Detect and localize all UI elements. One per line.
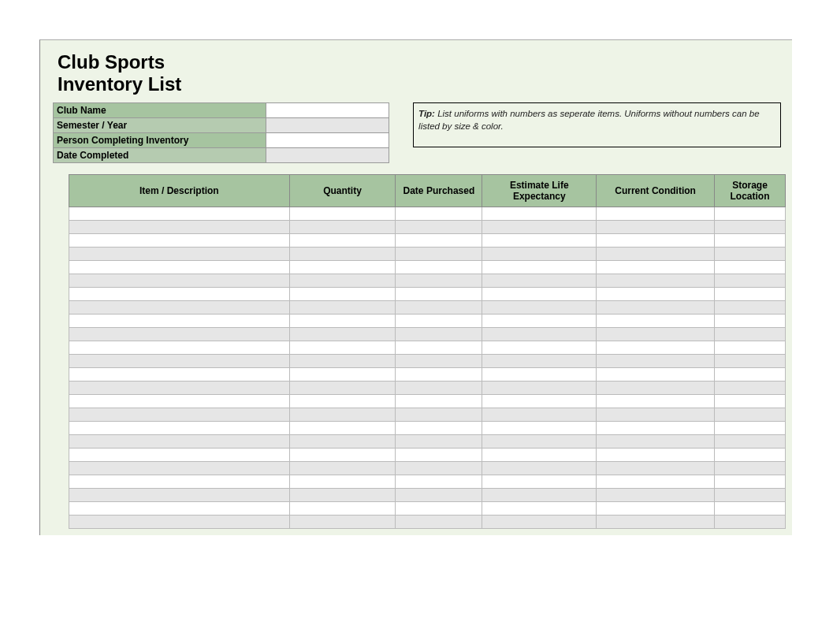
table-cell[interactable] (289, 462, 396, 475)
table-cell[interactable] (482, 221, 597, 234)
table-cell[interactable] (715, 382, 786, 395)
table-cell[interactable] (69, 382, 290, 395)
table-cell[interactable] (396, 274, 482, 288)
table-cell[interactable] (482, 395, 597, 408)
table-cell[interactable] (69, 395, 290, 408)
table-cell[interactable] (396, 368, 482, 382)
table-cell[interactable] (69, 288, 290, 301)
table-cell[interactable] (289, 274, 396, 288)
table-cell[interactable] (69, 368, 290, 382)
table-cell[interactable] (289, 234, 396, 248)
table-cell[interactable] (597, 475, 715, 489)
table-cell[interactable] (69, 435, 290, 449)
table-cell[interactable] (715, 462, 786, 475)
table-cell[interactable] (289, 207, 396, 221)
table-cell[interactable] (396, 341, 482, 355)
table-cell[interactable] (289, 288, 396, 301)
table-cell[interactable] (482, 234, 597, 248)
table-cell[interactable] (482, 274, 597, 288)
table-cell[interactable] (69, 274, 290, 288)
table-cell[interactable] (396, 382, 482, 395)
meta-value-club-name[interactable] (266, 103, 389, 118)
table-cell[interactable] (715, 516, 786, 529)
table-cell[interactable] (69, 489, 290, 502)
table-cell[interactable] (715, 502, 786, 516)
table-cell[interactable] (289, 516, 396, 529)
table-cell[interactable] (69, 422, 290, 435)
table-cell[interactable] (482, 382, 597, 395)
table-cell[interactable] (715, 395, 786, 408)
table-cell[interactable] (715, 301, 786, 315)
meta-value-person[interactable] (266, 133, 389, 148)
table-cell[interactable] (69, 328, 290, 341)
table-cell[interactable] (597, 462, 715, 475)
table-cell[interactable] (482, 516, 597, 529)
table-cell[interactable] (597, 274, 715, 288)
table-cell[interactable] (597, 261, 715, 274)
table-cell[interactable] (482, 341, 597, 355)
table-cell[interactable] (69, 315, 290, 328)
table-cell[interactable] (69, 408, 290, 422)
table-cell[interactable] (715, 489, 786, 502)
table-cell[interactable] (482, 502, 597, 516)
table-cell[interactable] (289, 248, 396, 261)
table-cell[interactable] (69, 475, 290, 489)
table-cell[interactable] (482, 207, 597, 221)
table-cell[interactable] (396, 462, 482, 475)
table-cell[interactable] (69, 207, 290, 221)
table-cell[interactable] (289, 221, 396, 234)
table-cell[interactable] (69, 341, 290, 355)
table-cell[interactable] (482, 261, 597, 274)
table-cell[interactable] (482, 435, 597, 449)
table-cell[interactable] (482, 489, 597, 502)
table-cell[interactable] (482, 368, 597, 382)
table-cell[interactable] (597, 449, 715, 462)
table-cell[interactable] (597, 288, 715, 301)
table-cell[interactable] (482, 328, 597, 341)
table-cell[interactable] (289, 408, 396, 422)
table-cell[interactable] (396, 355, 482, 368)
table-cell[interactable] (597, 368, 715, 382)
table-cell[interactable] (69, 261, 290, 274)
table-cell[interactable] (715, 207, 786, 221)
table-cell[interactable] (69, 234, 290, 248)
table-cell[interactable] (715, 288, 786, 301)
table-cell[interactable] (396, 315, 482, 328)
table-cell[interactable] (482, 355, 597, 368)
table-cell[interactable] (715, 355, 786, 368)
table-cell[interactable] (396, 301, 482, 315)
table-cell[interactable] (289, 449, 396, 462)
table-cell[interactable] (715, 368, 786, 382)
table-cell[interactable] (597, 382, 715, 395)
table-cell[interactable] (482, 449, 597, 462)
table-cell[interactable] (715, 475, 786, 489)
table-cell[interactable] (69, 248, 290, 261)
table-cell[interactable] (482, 315, 597, 328)
table-cell[interactable] (396, 288, 482, 301)
table-cell[interactable] (482, 301, 597, 315)
table-cell[interactable] (597, 408, 715, 422)
table-cell[interactable] (289, 502, 396, 516)
table-cell[interactable] (396, 435, 482, 449)
table-cell[interactable] (396, 261, 482, 274)
table-cell[interactable] (715, 261, 786, 274)
table-cell[interactable] (715, 221, 786, 234)
table-cell[interactable] (289, 355, 396, 368)
table-cell[interactable] (289, 435, 396, 449)
table-cell[interactable] (597, 207, 715, 221)
table-cell[interactable] (289, 395, 396, 408)
table-cell[interactable] (482, 248, 597, 261)
table-cell[interactable] (69, 462, 290, 475)
meta-value-semester[interactable] (266, 118, 389, 133)
table-cell[interactable] (289, 368, 396, 382)
table-cell[interactable] (289, 422, 396, 435)
table-cell[interactable] (289, 382, 396, 395)
table-cell[interactable] (597, 248, 715, 261)
table-cell[interactable] (396, 207, 482, 221)
table-cell[interactable] (289, 489, 396, 502)
table-cell[interactable] (715, 315, 786, 328)
table-cell[interactable] (597, 435, 715, 449)
table-cell[interactable] (289, 328, 396, 341)
table-cell[interactable] (715, 341, 786, 355)
table-cell[interactable] (69, 301, 290, 315)
